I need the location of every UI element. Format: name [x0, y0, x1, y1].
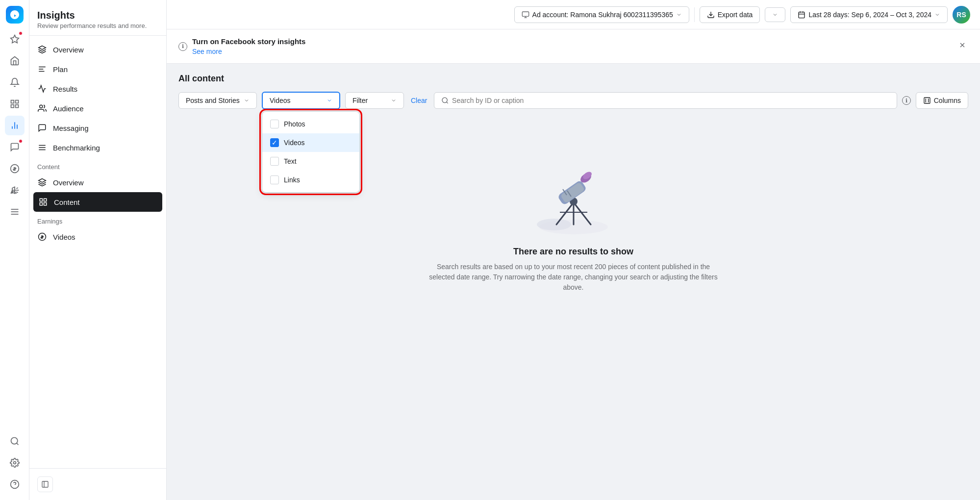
dropdown-item-links[interactable]: Links: [262, 171, 359, 189]
svg-marker-0: [10, 35, 19, 43]
sidebar-item-messaging[interactable]: Messaging: [29, 118, 166, 138]
date-range-label: Last 28 days: Sep 6, 2024 – Oct 3, 2024: [808, 11, 931, 19]
svg-rect-2: [15, 100, 18, 103]
sidebar-item-messaging-label: Messaging: [53, 124, 89, 132]
user-avatar[interactable]: RS: [953, 6, 970, 24]
sidebar-item-content-label: Content: [54, 198, 80, 206]
sidebar-item-results[interactable]: Results: [29, 79, 166, 99]
links-checkbox[interactable]: [270, 175, 279, 184]
content-icon: [38, 197, 48, 207]
text-checkbox[interactable]: [270, 157, 279, 166]
dropdown-item-photos[interactable]: Photos: [262, 115, 359, 133]
search-info-icon[interactable]: ℹ: [902, 96, 911, 105]
photos-checkbox[interactable]: [270, 120, 279, 128]
overview-icon: [37, 45, 47, 54]
banner-content: ℹ Turn on Facebook story insights See mo…: [178, 37, 305, 55]
topbar: Ad account: Ramona Sukhraj 6002311395365…: [167, 0, 980, 29]
rail-icon-bell[interactable]: [5, 73, 25, 92]
rail-icon-settings[interactable]: [5, 453, 25, 473]
sidebar-item-content-overview-label: Overview: [53, 178, 84, 187]
banner-see-more-link[interactable]: See more: [192, 48, 305, 55]
search-box: [434, 92, 897, 109]
dropdown-item-text[interactable]: Text: [262, 152, 359, 171]
date-chevron-icon: [934, 12, 940, 18]
section-title: All content: [178, 74, 968, 84]
svg-point-49: [537, 219, 571, 230]
svg-rect-27: [40, 203, 42, 205]
messaging-icon: [37, 123, 47, 133]
svg-point-15: [13, 462, 16, 464]
columns-button[interactable]: Columns: [916, 92, 968, 109]
rail-icon-help[interactable]: [5, 475, 25, 494]
icon-rail: [0, 0, 29, 500]
svg-rect-33: [522, 12, 528, 16]
app-logo[interactable]: [6, 6, 24, 24]
videos-option-label: Videos: [284, 139, 305, 147]
videos-checkbox[interactable]: ✓: [270, 138, 279, 147]
calendar-icon: [798, 11, 805, 19]
topbar-divider: [694, 7, 695, 22]
svg-point-21: [40, 105, 43, 108]
main-content: Ad account: Ramona Sukhraj 6002311395365…: [167, 0, 980, 500]
filters-row: Posts and Stories Videos Photos: [178, 92, 968, 109]
sidebar-item-content[interactable]: Content: [33, 192, 162, 212]
svg-rect-31: [42, 481, 48, 487]
rail-icon-dollar[interactable]: [5, 159, 25, 178]
sidebar-item-overview[interactable]: Overview: [29, 40, 166, 59]
panel-toggle-btn[interactable]: [37, 476, 53, 492]
sidebar-item-benchmarking-label: Benchmarking: [53, 144, 100, 152]
clear-button[interactable]: Clear: [409, 93, 429, 108]
telescope-illustration: [525, 149, 623, 237]
sidebar-item-audience[interactable]: Audience: [29, 99, 166, 118]
videos-filter-label: Videos: [270, 97, 291, 104]
banner-title: Turn on Facebook story insights: [192, 37, 305, 46]
dropdown-item-videos[interactable]: ✓ Videos: [262, 133, 359, 152]
rail-icon-grid[interactable]: [5, 94, 25, 114]
banner-text: Turn on Facebook story insights See more: [192, 37, 305, 55]
sidebar-item-benchmarking[interactable]: Benchmarking: [29, 138, 166, 157]
search-icon: [441, 97, 449, 104]
columns-icon: [923, 97, 931, 104]
svg-point-43: [442, 98, 447, 102]
posts-stories-filter[interactable]: Posts and Stories: [178, 92, 257, 109]
sidebar-item-videos[interactable]: Videos: [29, 227, 166, 247]
rail-icon-menu[interactable]: [5, 202, 25, 222]
rail-icon-message[interactable]: [5, 137, 25, 157]
svg-line-44: [447, 102, 448, 103]
results-icon: [37, 84, 47, 94]
svg-rect-28: [44, 203, 47, 205]
sidebar-header: Insights Review performance results and …: [29, 0, 166, 36]
svg-rect-1: [11, 100, 14, 103]
sidebar: Insights Review performance results and …: [29, 0, 167, 500]
sidebar-item-results-label: Results: [53, 85, 77, 93]
benchmarking-icon: [37, 143, 47, 152]
account-selector[interactable]: Ad account: Ramona Sukhraj 6002311395365: [514, 6, 689, 23]
search-input[interactable]: [452, 97, 890, 104]
rail-icon-star[interactable]: [5, 29, 25, 49]
posts-stories-label: Posts and Stories: [186, 97, 240, 104]
extra-filter-label: Filter: [352, 97, 368, 104]
rail-icon-search[interactable]: [5, 431, 25, 451]
svg-line-14: [16, 443, 18, 445]
rail-icon-megaphone[interactable]: [5, 180, 25, 200]
extra-filter[interactable]: Filter: [345, 92, 404, 109]
videos-icon: [37, 232, 47, 242]
export-dropdown-btn[interactable]: [765, 7, 785, 22]
audience-icon: [37, 103, 47, 113]
sidebar-item-plan[interactable]: Plan: [29, 59, 166, 79]
videos-filter[interactable]: Videos: [262, 92, 340, 109]
banner-close-button[interactable]: [956, 39, 968, 53]
content-section-label: Content: [29, 157, 166, 173]
earnings-section-label: Earnings: [29, 212, 166, 227]
photos-option-label: Photos: [284, 120, 305, 128]
videos-chevron-icon: [327, 98, 332, 103]
posts-stories-chevron-icon: [244, 98, 250, 103]
sidebar-item-content-overview[interactable]: Overview: [29, 173, 166, 192]
export-data-button[interactable]: Export data: [700, 6, 760, 23]
export-label: Export data: [718, 11, 753, 19]
svg-rect-25: [40, 199, 42, 201]
date-range-selector[interactable]: Last 28 days: Sep 6, 2024 – Oct 3, 2024: [790, 6, 948, 23]
text-option-label: Text: [284, 157, 297, 165]
rail-icon-chart[interactable]: [5, 116, 25, 135]
rail-icon-home[interactable]: [5, 51, 25, 71]
